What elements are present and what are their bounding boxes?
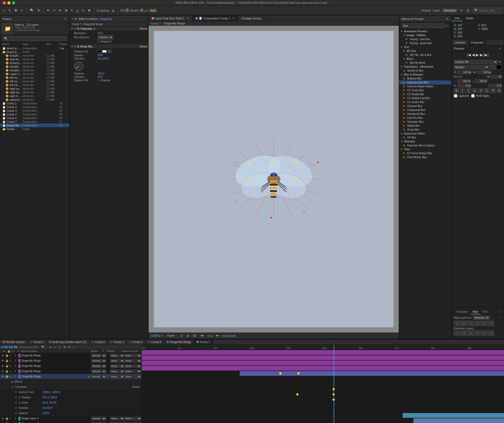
layer-trkmat-1[interactable]: None: [110, 354, 124, 357]
select-tool[interactable]: ↖: [7, 8, 12, 13]
tl-layer-4[interactable]: 👁 🔒 ⊙ 4 Dragonfly Wings Normal None None: [0, 369, 141, 374]
project-item-2[interactable]: 🎨 body/be...(2).ai Vector Art 1.2 MB: [0, 54, 69, 57]
drop-shadow-checkbox[interactable]: ✓ fx: [74, 45, 80, 48]
add-label[interactable]: Add: [149, 9, 157, 12]
bold-btn[interactable]: B: [454, 88, 459, 93]
panel-expand[interactable]: »: [500, 40, 504, 45]
transform-reset[interactable]: Reset: [133, 385, 139, 388]
shadow-only-checkbox[interactable]: ☐ Shadow: [98, 79, 110, 82]
prop-stopwatch-0[interactable]: ⏱: [15, 391, 19, 394]
tracking-input[interactable]: [491, 75, 502, 78]
align-top-btn[interactable]: ⬛: [474, 321, 481, 326]
fx-tree-item-17[interactable]: fxCC Radial Fast Blur: [399, 96, 451, 100]
sub-keyframe2-3[interactable]: [296, 393, 299, 396]
prev-last[interactable]: ▶|: [485, 53, 489, 57]
dist-left-btn[interactable]: ⬛: [454, 330, 460, 336]
comp7-tab-close[interactable]: ✕: [232, 17, 235, 20]
snapshot-btn[interactable]: 📷: [215, 334, 220, 338]
strikethrough-btn[interactable]: T̶: [472, 88, 477, 93]
layer-mode-3[interactable]: Normal: [91, 364, 106, 368]
search-input[interactable]: [479, 9, 500, 12]
layer-eye-2[interactable]: 👁: [0, 359, 5, 362]
angle-dial[interactable]: [74, 61, 83, 71]
collapse-arrow[interactable]: ▼: [400, 148, 403, 151]
gaussian-reset[interactable]: Reset: [140, 27, 147, 30]
layer-tab[interactable]: Layer Pale Red Solid 1 ✕: [149, 15, 192, 21]
layer-eye-4[interactable]: 👁: [0, 370, 5, 373]
style-select[interactable]: Medium: [454, 65, 489, 69]
collapse-arrow[interactable]: ▼: [400, 65, 403, 68]
effects-search-input[interactable]: [401, 23, 445, 28]
layer-solo-3[interactable]: ⊙: [9, 365, 13, 367]
audio-tab[interactable]: Audio: [463, 15, 476, 21]
prev-play[interactable]: ▶: [476, 53, 479, 57]
layer-eye-5[interactable]: 👁: [0, 375, 5, 378]
fx-tree-item-12[interactable]: fxBilateral Blur: [399, 77, 451, 81]
italic-btn[interactable]: I: [460, 88, 465, 93]
project-item-20[interactable]: 📋 Comp 7 Composition 24: [0, 120, 69, 124]
tl-timecode[interactable]: 0:00:05:08: [1, 345, 18, 349]
layer-trkmat-4[interactable]: None: [110, 370, 124, 373]
blur-dimension-select[interactable]: Horizon: [98, 35, 113, 40]
project-item-15[interactable]: 📋 Comp 1 Composition 24: [0, 101, 69, 105]
ligatures-checkbox[interactable]: [454, 94, 457, 98]
align-hcenter-btn[interactable]: ⬛: [461, 321, 467, 326]
pain-tab[interactable]: Pain: [480, 309, 490, 314]
collapse-arrow[interactable]: ▼: [403, 50, 406, 52]
project-item-12[interactable]: 🎨 right ey...ve (2).ai Vector Art 1.2 MB: [0, 90, 69, 94]
collapse-arrow[interactable]: ▼: [400, 46, 403, 49]
fx-tree-item-20[interactable]: fxCompound Blur: [399, 108, 451, 112]
align-right-btn[interactable]: ⬛: [468, 321, 474, 326]
breadcrumb-comp7[interactable]: Comp 7: [151, 22, 161, 25]
scale-v-input[interactable]: [474, 79, 487, 83]
tl-search-btn[interactable]: 🔍: [40, 345, 46, 349]
layer-tab-close[interactable]: ✕: [187, 17, 189, 20]
fx-tree-item-23[interactable]: fxGaussian Blur: [399, 120, 451, 124]
transform-expand[interactable]: ▼: [12, 386, 14, 388]
anchor-tool[interactable]: ⊹: [19, 8, 24, 13]
allcaps-btn[interactable]: TT: [491, 88, 496, 93]
mask-tool[interactable]: ⬭: [52, 8, 57, 13]
fx-tree-item-15[interactable]: fxCC Cross Blur: [399, 88, 451, 92]
project-item-19[interactable]: 📋 Comp 5 Composition 24: [0, 116, 69, 120]
smallcaps-btn[interactable]: Tт: [497, 88, 502, 93]
project-item-16[interactable]: 📋 Comp 2 Composition 24: [0, 105, 69, 109]
effects-expand[interactable]: ▶: [12, 381, 13, 383]
tl-layer-6[interactable]: 👁 🔒 ⊙ 6 Shape Layer 4 Normal None None: [0, 416, 141, 421]
fx-tree-item-22[interactable]: fxFast Box Blur: [399, 116, 451, 120]
project-item-9[interactable]: 🎨 left ey...ve (2).ai Vector Art 1.2 MB: [0, 79, 69, 83]
zoom-tool[interactable]: 🔍: [29, 8, 35, 13]
quality-select[interactable]: Full ▾: [167, 334, 174, 338]
pen-tool[interactable]: ✒: [46, 8, 51, 13]
layer-bar-3[interactable]: [142, 361, 504, 365]
layer-trkmat-3[interactable]: None: [110, 364, 124, 368]
effects-presets-menu[interactable]: ≡: [445, 17, 449, 21]
layer-mode-7[interactable]: Normal: [91, 422, 106, 423]
shadow-eyedropper[interactable]: ⬛: [108, 50, 112, 53]
default-btn[interactable]: Default: [422, 9, 431, 12]
home-tool[interactable]: ⌂: [2, 8, 6, 13]
layer-trkmat-2[interactable]: None: [110, 359, 124, 363]
fullscreen-button[interactable]: [12, 1, 15, 4]
collapse-arrow[interactable]: ▼: [403, 34, 406, 37]
project-item-17[interactable]: 📋 Comp 3 Composition 24: [0, 109, 69, 113]
tl-tab-1[interactable]: Comp 1: [28, 340, 46, 344]
info-tab[interactable]: Info: [452, 15, 463, 21]
tl-tab-2[interactable]: beard guy thanks wave (2): [46, 340, 89, 344]
dist-bottom-btn[interactable]: ⬛: [488, 330, 494, 336]
layer-mode-6[interactable]: Normal: [91, 417, 106, 420]
tl-tab-3[interactable]: Comp 2: [89, 340, 108, 344]
brush-tool[interactable]: ✏: [58, 8, 63, 13]
dist-hcenter-btn[interactable]: ⬛: [461, 330, 467, 336]
layer-parent-5[interactable]: None: [124, 375, 141, 378]
tl-btn2[interactable]: ☆: [52, 345, 57, 349]
tl-layer-1[interactable]: 👁 🔒 ⊙ 1 Dragonfly Wings Normal None None: [0, 353, 141, 358]
project-panel-menu[interactable]: ≡: [64, 17, 67, 21]
font-size-input[interactable]: [457, 71, 471, 74]
snapping-toggle[interactable]: ⚓: [111, 8, 116, 12]
effects-search-clear[interactable]: ✕: [447, 24, 449, 28]
underline-btn[interactable]: T: [466, 88, 471, 93]
minimize-button[interactable]: [7, 1, 10, 4]
project-item-22[interactable]: 📁 Solids Folder: [0, 127, 69, 131]
gaussian-checkbox[interactable]: ✓ fx: [74, 27, 80, 30]
